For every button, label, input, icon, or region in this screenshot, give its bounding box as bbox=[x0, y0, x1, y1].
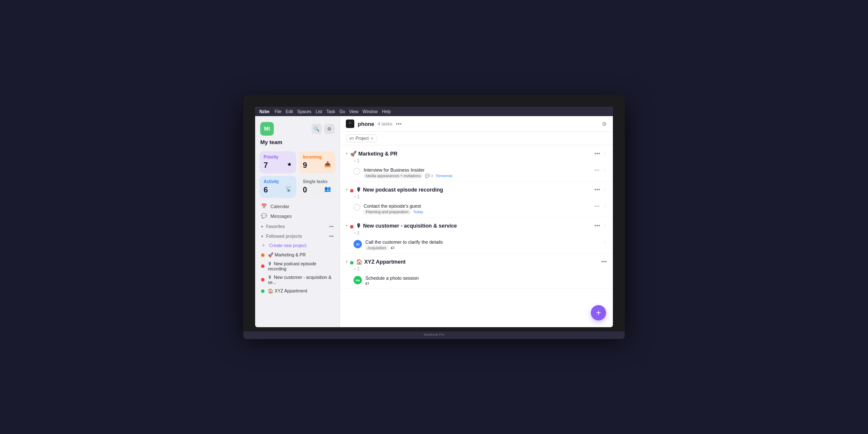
menu-items: File Edit Spaces List Task Go View Windo… bbox=[275, 109, 391, 114]
group-title: 🎙 New podcast episode recording bbox=[356, 187, 592, 193]
activity-card-count: 6 bbox=[264, 186, 268, 194]
group-more-button[interactable]: ••• bbox=[594, 186, 600, 193]
menu-spaces[interactable]: Spaces bbox=[297, 109, 311, 114]
filter-chip-close-icon[interactable]: ✕ bbox=[370, 136, 374, 141]
incoming-card[interactable]: Incoming 9 📥 bbox=[299, 151, 336, 173]
task-content: Schedule a photo session 🏷 bbox=[365, 275, 607, 286]
menu-window[interactable]: Window bbox=[363, 109, 378, 114]
task-checkbox[interactable] bbox=[353, 204, 360, 211]
group-title: 🚀 Marketing & PR bbox=[350, 150, 592, 157]
task-tag: Acquisition bbox=[365, 245, 388, 250]
menubar: Nzbe File Edit Spaces List Task Go View … bbox=[255, 107, 613, 116]
single-tasks-card[interactable]: Single tasks 0 👥 bbox=[299, 176, 336, 198]
incoming-card-title: Incoming bbox=[303, 155, 331, 159]
sidebar-project-xyz[interactable]: 🏠 XYZ Appartment bbox=[255, 287, 339, 295]
comment-icon: 💬 3 bbox=[425, 174, 433, 178]
group-chevron-icon: ▾ bbox=[346, 188, 348, 192]
priority-card[interactable]: Priority 7 ★ bbox=[259, 151, 296, 173]
project-dot bbox=[261, 289, 264, 293]
task-content: Interview for Business Insider Media app… bbox=[364, 167, 591, 178]
task-checkbox[interactable] bbox=[353, 168, 360, 175]
project-group-header-xyz[interactable]: ▾ 🏠 XYZ Appartment ••• bbox=[340, 255, 613, 267]
filter-icon[interactable]: ⚙ bbox=[602, 121, 607, 127]
group-more-button[interactable]: ••• bbox=[601, 259, 607, 265]
overview-cards: Priority 7 ★ Incoming 9 📥 Activity 6 bbox=[255, 148, 339, 201]
task-title: Call the customer to clarify the details bbox=[365, 239, 599, 245]
followed-projects-section: ▾ Followed projects ••• bbox=[255, 231, 339, 240]
group-chevron-icon: ▾ bbox=[346, 224, 348, 228]
star-icon[interactable]: ☆ bbox=[603, 187, 607, 192]
single-tasks-icon: 👥 bbox=[324, 186, 331, 192]
group-chevron-icon: ▾ bbox=[346, 260, 348, 264]
group-more-button[interactable]: ••• bbox=[594, 223, 600, 229]
task-star-icon[interactable]: ☆ bbox=[603, 167, 607, 173]
priority-dot bbox=[350, 189, 353, 192]
favorites-label: ▾ Favorites bbox=[261, 224, 285, 229]
menu-go[interactable]: Go bbox=[339, 109, 345, 114]
project-group-header-customer[interactable]: ▾ 🎙 New customer - acquisition & service… bbox=[340, 219, 613, 231]
sidebar-project-customer[interactable]: 🎙 New customer - acquisition & se... bbox=[255, 273, 339, 287]
main-toolbar: 📱 phone 4 tasks ••• ⚙ bbox=[340, 116, 613, 132]
menu-file[interactable]: File bbox=[275, 109, 281, 114]
task-item[interactable]: Al Call the customer to clarify the deta… bbox=[340, 237, 613, 253]
add-task-fab-button[interactable]: + bbox=[591, 305, 606, 320]
messages-icon: 💬 bbox=[261, 213, 267, 219]
task-title: Contact the episode's guest bbox=[364, 203, 591, 209]
task-more-button[interactable]: ••• bbox=[594, 167, 599, 172]
sidebar-item-calendar[interactable]: 📅 Calendar bbox=[255, 201, 339, 211]
project-label: 🎙 New customer - acquisition & se... bbox=[268, 275, 334, 285]
star-icon[interactable]: ☆ bbox=[603, 223, 607, 228]
main-content: 📱 phone 4 tasks ••• ⚙ 🏷 Project ✕ bbox=[340, 116, 613, 327]
create-project-label: Create new project bbox=[269, 243, 306, 248]
tag-icon: 🏷 bbox=[391, 246, 395, 250]
activity-card[interactable]: Activity 6 📡 bbox=[259, 176, 296, 198]
phone-icon: 📱 bbox=[346, 120, 354, 128]
subtask-count: ○ 1 bbox=[340, 231, 613, 237]
activity-card-title: Activity bbox=[264, 179, 292, 184]
main-title: phone bbox=[358, 121, 374, 127]
followed-projects-label: ▾ Followed projects bbox=[261, 234, 302, 239]
task-item[interactable]: Contact the episode's guest Planning and… bbox=[340, 201, 613, 217]
single-tasks-title: Single tasks bbox=[303, 179, 331, 184]
task-more-button[interactable]: ••• bbox=[594, 203, 599, 209]
project-group-xyz: ▾ 🏠 XYZ Appartment ••• ○ 1 Ha Schedul bbox=[340, 255, 613, 289]
group-more-button[interactable]: ••• bbox=[594, 150, 600, 157]
project-filter-chip[interactable]: 🏷 Project ✕ bbox=[346, 134, 378, 142]
filter-chip-label: Project bbox=[356, 136, 369, 141]
settings-button[interactable]: ⚙ bbox=[324, 124, 334, 134]
sidebar-project-marketing[interactable]: 🚀 Marketing & PR bbox=[255, 250, 339, 259]
favorites-more-icon[interactable]: ••• bbox=[329, 224, 334, 229]
menu-view[interactable]: View bbox=[349, 109, 359, 114]
search-button[interactable]: 🔍 bbox=[312, 124, 322, 134]
menu-edit[interactable]: Edit bbox=[286, 109, 293, 114]
project-group-header-podcast[interactable]: ▾ 🎙 New podcast episode recording ••• ☆ bbox=[340, 183, 613, 195]
priority-dot bbox=[350, 261, 353, 264]
favorites-section: ▾ Favorites ••• bbox=[255, 221, 339, 231]
menu-list[interactable]: List bbox=[316, 109, 323, 114]
project-label: 🎙 New podcast episode recording bbox=[268, 261, 334, 271]
task-star-icon[interactable]: ☆ bbox=[603, 203, 607, 209]
menu-task[interactable]: Task bbox=[326, 109, 335, 114]
create-project-plus-icon: ＋ bbox=[261, 242, 266, 248]
priority-star-icon: ★ bbox=[287, 161, 292, 167]
subtask-count: ○ 1 bbox=[340, 267, 613, 273]
project-group-header-marketing[interactable]: ▾ 🚀 Marketing & PR ••• ☆ bbox=[340, 147, 613, 159]
avatar: Al bbox=[353, 240, 362, 248]
filter-chip-icon: 🏷 bbox=[350, 136, 354, 141]
priority-dot bbox=[350, 225, 353, 228]
team-avatar: Mt bbox=[260, 122, 274, 136]
task-item[interactable]: Ha Schedule a photo session 🏷 bbox=[340, 273, 613, 289]
project-label: 🏠 XYZ Appartment bbox=[268, 288, 307, 294]
sidebar: Mt 🔍 ⚙ My team Priority 7 ★ bbox=[255, 116, 340, 327]
task-star-icon[interactable]: ☆ bbox=[603, 239, 607, 245]
task-item[interactable]: Interview for Business Insider Media app… bbox=[340, 165, 613, 181]
sidebar-project-podcast[interactable]: 🎙 New podcast episode recording bbox=[255, 259, 339, 273]
task-tag: Planning and preparation bbox=[364, 209, 411, 214]
header-more-button[interactable]: ••• bbox=[396, 121, 402, 127]
sidebar-item-messages[interactable]: 💬 Messages bbox=[255, 211, 339, 221]
filter-bar: 🏷 Project ✕ bbox=[340, 132, 613, 145]
menu-help[interactable]: Help bbox=[382, 109, 391, 114]
star-icon[interactable]: ☆ bbox=[603, 151, 607, 156]
create-project-button[interactable]: ＋ Create new project bbox=[255, 240, 339, 250]
followed-projects-more-icon[interactable]: ••• bbox=[329, 234, 334, 239]
